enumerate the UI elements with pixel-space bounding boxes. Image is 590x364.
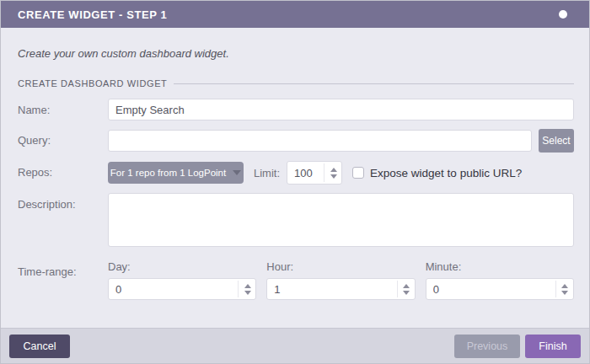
- dialog-body: Create your own custom dashboard widget.…: [1, 47, 589, 300]
- name-label: Name:: [18, 99, 108, 120]
- time-col-hour: Hour:: [266, 260, 415, 300]
- repos-dropdown-value: For 1 repo from 1 LogPoint: [110, 168, 226, 178]
- hour-label: Hour:: [266, 260, 415, 273]
- description-label: Description:: [18, 193, 108, 247]
- up-down-arrows-icon[interactable]: [324, 163, 342, 182]
- minute-input[interactable]: [426, 278, 574, 300]
- time-range-label: Time-range:: [18, 260, 108, 300]
- arrow-down-icon: [403, 291, 410, 295]
- query-input[interactable]: [108, 130, 532, 152]
- description-textarea[interactable]: [108, 193, 574, 247]
- repos-label: Repos:: [18, 161, 108, 185]
- repos-row: Repos: For 1 repo from 1 LogPoint Limit:…: [18, 161, 574, 185]
- section-title: CREATE DASHBOARD WIDGET: [18, 78, 167, 88]
- day-input[interactable]: [108, 278, 256, 300]
- repos-dropdown[interactable]: For 1 repo from 1 LogPoint: [108, 162, 244, 184]
- hour-spinner: [266, 278, 415, 300]
- arrow-up-icon: [244, 284, 251, 288]
- arrow-up-icon: [403, 284, 410, 288]
- arrow-up-icon: [561, 284, 568, 288]
- day-label: Day:: [108, 260, 256, 273]
- minute-label: Minute:: [426, 260, 574, 273]
- arrow-up-icon: [330, 168, 337, 172]
- up-down-arrows-icon[interactable]: [555, 281, 574, 297]
- up-down-arrows-icon[interactable]: [397, 281, 416, 297]
- day-spinner: [108, 278, 256, 300]
- up-down-arrows-icon[interactable]: [238, 281, 256, 297]
- expose-checkbox-label: Expose widget to public URL?: [370, 167, 522, 179]
- time-range-row: Time-range: Day: Hour:: [18, 260, 574, 300]
- time-col-minute: Minute:: [426, 260, 574, 300]
- dialog-subtitle: Create your own custom dashboard widget.: [18, 47, 574, 60]
- arrow-down-icon: [330, 174, 337, 179]
- dialog-header: CREATE WIDGET - STEP 1: [1, 1, 589, 28]
- name-row: Name:: [18, 99, 574, 120]
- header-circle-icon[interactable]: [559, 10, 567, 19]
- description-row: Description:: [18, 193, 574, 247]
- dialog-footer: Cancel Previous Finish: [1, 328, 589, 363]
- query-label: Query:: [18, 129, 108, 153]
- query-select-button[interactable]: Select: [539, 129, 574, 153]
- arrow-down-icon: [244, 291, 251, 295]
- previous-button[interactable]: Previous: [454, 335, 520, 358]
- section-header: CREATE DASHBOARD WIDGET: [18, 78, 574, 88]
- hour-input[interactable]: [266, 278, 415, 300]
- finish-button[interactable]: Finish: [525, 335, 581, 358]
- limit-spinner: [287, 161, 342, 185]
- arrow-down-icon: [561, 291, 568, 295]
- minute-spinner: [426, 278, 574, 300]
- time-col-day: Day:: [108, 260, 256, 300]
- section-divider: [174, 83, 574, 84]
- chevron-down-icon: [233, 170, 241, 175]
- expose-checkbox[interactable]: [352, 167, 364, 179]
- limit-label: Limit:: [254, 167, 280, 179]
- dialog-title: CREATE WIDGET - STEP 1: [18, 8, 167, 21]
- query-row: Query: Select: [18, 129, 574, 153]
- cancel-button[interactable]: Cancel: [9, 335, 70, 358]
- create-widget-dialog: CREATE WIDGET - STEP 1 Create your own c…: [0, 0, 590, 364]
- name-input[interactable]: [108, 99, 574, 120]
